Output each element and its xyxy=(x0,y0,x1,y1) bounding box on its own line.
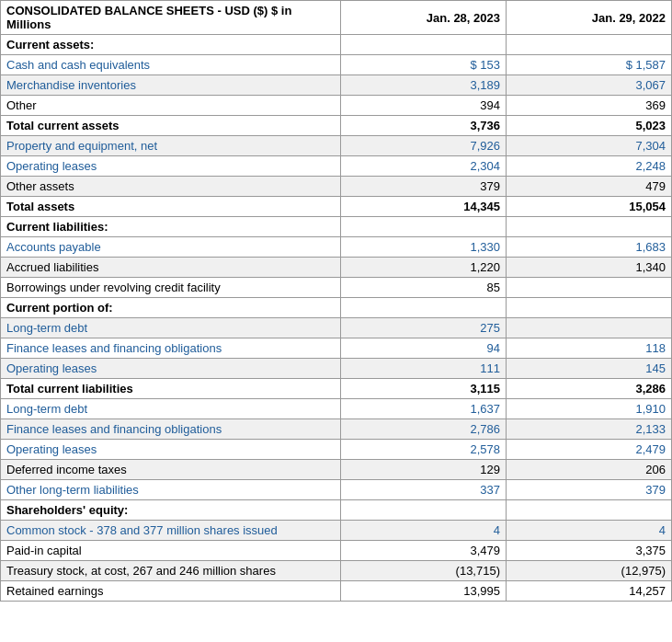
table-row: Paid-in capital3,4793,375 xyxy=(1,541,672,561)
row-label: Operating leases xyxy=(1,359,341,379)
row-label: Operating leases xyxy=(1,156,341,177)
row-value-2: 2,248 xyxy=(507,156,672,177)
row-value-2: (12,975) xyxy=(507,561,672,581)
table-body: Current assets:Cash and cash equivalents… xyxy=(1,35,672,602)
row-value-2 xyxy=(507,35,672,55)
table-row: Current portion of: xyxy=(1,298,672,318)
row-value-2 xyxy=(507,500,672,521)
row-label: Finance leases and financing obligations xyxy=(1,419,341,440)
row-value-1: $ 153 xyxy=(341,55,507,75)
row-value-1: 379 xyxy=(341,177,507,197)
table-row: Operating leases2,3042,248 xyxy=(1,156,672,177)
row-value-2: 7,304 xyxy=(507,136,672,156)
row-label: Current liabilities: xyxy=(1,217,341,237)
table-row: Operating leases2,5782,479 xyxy=(1,440,672,460)
row-value-1: 337 xyxy=(341,480,507,500)
row-value-1: 13,995 xyxy=(341,581,507,602)
row-label: Operating leases xyxy=(1,440,341,460)
table-row: Total assets14,34515,054 xyxy=(1,197,672,217)
table-row: Current assets: xyxy=(1,35,672,55)
table-row: Total current assets3,7365,023 xyxy=(1,116,672,136)
table-row: Other assets379479 xyxy=(1,177,672,197)
row-label: Total current assets xyxy=(1,116,341,136)
row-label: Accrued liabilities xyxy=(1,258,341,278)
table-row: Current liabilities: xyxy=(1,217,672,237)
table-row: Borrowings under revolving credit facili… xyxy=(1,278,672,298)
row-value-1: 3,189 xyxy=(341,75,507,96)
row-label: Retained earnings xyxy=(1,581,341,602)
row-value-1 xyxy=(341,35,507,55)
row-value-1: 3,479 xyxy=(341,541,507,561)
balance-sheet-table: CONSOLIDATED BALANCE SHEETS - USD ($) $ … xyxy=(0,0,672,602)
row-value-1: 3,736 xyxy=(341,116,507,136)
table-title: CONSOLIDATED BALANCE SHEETS - USD ($) $ … xyxy=(1,1,341,35)
row-value-1: 2,786 xyxy=(341,419,507,440)
table-row: Other394369 xyxy=(1,96,672,116)
row-value-1: 3,115 xyxy=(341,379,507,399)
row-value-1 xyxy=(341,217,507,237)
row-value-2: 3,286 xyxy=(507,379,672,399)
row-value-2: 5,023 xyxy=(507,116,672,136)
table-row: Accounts payable1,3301,683 xyxy=(1,237,672,258)
header-row: CONSOLIDATED BALANCE SHEETS - USD ($) $ … xyxy=(1,1,672,35)
row-value-2: 145 xyxy=(507,359,672,379)
row-value-2: 2,133 xyxy=(507,419,672,440)
row-value-2: 369 xyxy=(507,96,672,116)
row-value-1: 1,220 xyxy=(341,258,507,278)
row-value-2: 1,340 xyxy=(507,258,672,278)
row-value-2 xyxy=(507,278,672,298)
row-label: Accounts payable xyxy=(1,237,341,258)
row-label: Shareholders' equity: xyxy=(1,500,341,521)
row-label: Deferred income taxes xyxy=(1,460,341,480)
row-value-1: 85 xyxy=(341,278,507,298)
row-value-2 xyxy=(507,298,672,318)
row-value-1: 94 xyxy=(341,338,507,359)
row-value-1: 2,304 xyxy=(341,156,507,177)
row-label: Merchandise inventories xyxy=(1,75,341,96)
row-value-2: 206 xyxy=(507,460,672,480)
row-value-1: 4 xyxy=(341,521,507,541)
table-row: Merchandise inventories3,1893,067 xyxy=(1,75,672,96)
table-row: Long-term debt1,6371,910 xyxy=(1,399,672,419)
row-value-2: 118 xyxy=(507,338,672,359)
row-value-1: 129 xyxy=(341,460,507,480)
row-label: Borrowings under revolving credit facili… xyxy=(1,278,341,298)
row-label: Total current liabilities xyxy=(1,379,341,399)
table-row: Cash and cash equivalents$ 153$ 1,587 xyxy=(1,55,672,75)
row-value-1: 1,637 xyxy=(341,399,507,419)
row-label: Long-term debt xyxy=(1,399,341,419)
row-label: Paid-in capital xyxy=(1,541,341,561)
row-label: Other xyxy=(1,96,341,116)
row-label: Finance leases and financing obligations xyxy=(1,338,341,359)
row-value-2: 14,257 xyxy=(507,581,672,602)
row-value-2: 1,910 xyxy=(507,399,672,419)
row-value-2: 2,479 xyxy=(507,440,672,460)
row-value-1: 111 xyxy=(341,359,507,379)
row-value-1 xyxy=(341,298,507,318)
row-value-2: $ 1,587 xyxy=(507,55,672,75)
row-label: Other long-term liabilities xyxy=(1,480,341,500)
row-value-1: 394 xyxy=(341,96,507,116)
row-value-1: 2,578 xyxy=(341,440,507,460)
balance-sheet-container: CONSOLIDATED BALANCE SHEETS - USD ($) $ … xyxy=(0,0,672,602)
table-row: Common stock - 378 and 377 million share… xyxy=(1,521,672,541)
row-value-2: 379 xyxy=(507,480,672,500)
table-row: Property and equipment, net7,9267,304 xyxy=(1,136,672,156)
row-value-2: 479 xyxy=(507,177,672,197)
table-row: Treasury stock, at cost, 267 and 246 mil… xyxy=(1,561,672,581)
row-label: Common stock - 378 and 377 million share… xyxy=(1,521,341,541)
row-label: Other assets xyxy=(1,177,341,197)
table-row: Finance leases and financing obligations… xyxy=(1,338,672,359)
row-value-2: 15,054 xyxy=(507,197,672,217)
row-value-2: 1,683 xyxy=(507,237,672,258)
table-row: Long-term debt275 xyxy=(1,318,672,338)
row-label: Current assets: xyxy=(1,35,341,55)
table-row: Other long-term liabilities337379 xyxy=(1,480,672,500)
row-value-2: 4 xyxy=(507,521,672,541)
row-value-2: 3,067 xyxy=(507,75,672,96)
column-header-2: Jan. 29, 2022 xyxy=(507,1,672,35)
row-label: Treasury stock, at cost, 267 and 246 mil… xyxy=(1,561,341,581)
row-value-1: 275 xyxy=(341,318,507,338)
table-row: Retained earnings13,99514,257 xyxy=(1,581,672,602)
table-row: Operating leases111145 xyxy=(1,359,672,379)
